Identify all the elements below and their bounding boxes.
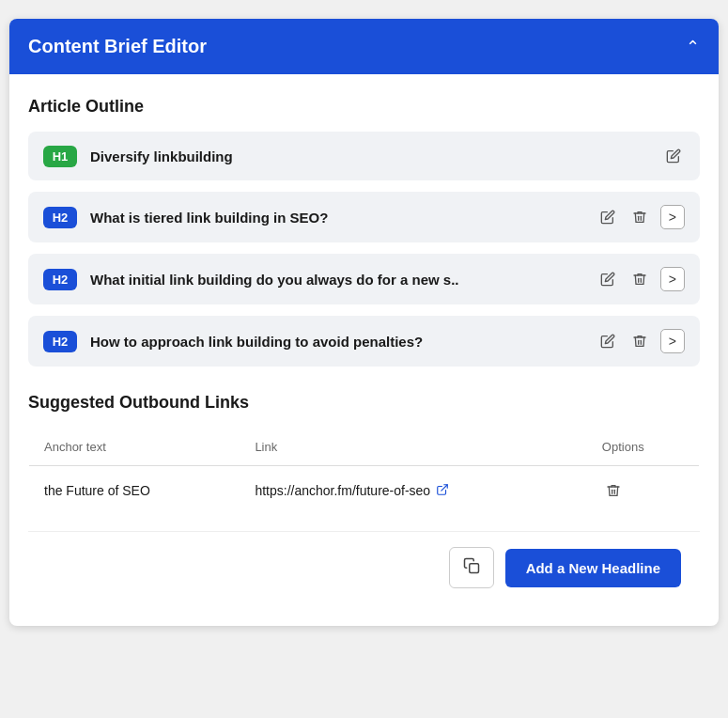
panel-title: Content Brief Editor [28,36,207,57]
chevron-up-icon[interactable]: ⌃ [686,37,700,57]
outline-actions-1: > [596,205,685,229]
expand-button-1[interactable]: > [660,205,685,229]
col-anchor-text: Anchor text [29,429,240,466]
edit-button-1[interactable] [596,206,619,228]
bottom-bar: Add a New Headline [28,531,700,603]
panel-body: Article Outline H1 Diversify linkbuildin… [9,74,719,626]
badge-h1: H1 [43,146,77,167]
add-headline-button[interactable]: Add a New Headline [505,549,681,587]
delete-button-3[interactable] [628,330,651,352]
options-cell [587,466,700,516]
svg-line-0 [441,484,447,490]
outbound-links-section: Suggested Outbound Links Anchor text Lin… [28,393,700,516]
content-brief-editor-panel: Content Brief Editor ⌃ Article Outline H… [9,19,719,626]
anchor-text-cell: the Future of SEO [29,466,240,516]
outline-actions-2: > [596,267,685,291]
delete-button-1[interactable] [628,206,651,228]
panel-header: Content Brief Editor ⌃ [9,19,719,74]
outline-text-2: What initial link building do you always… [90,272,583,288]
edit-button-3[interactable] [596,330,619,352]
outline-item-h1: H1 Diversify linkbuilding [28,132,700,180]
link-text: https://anchor.fm/future-of-seo [255,483,430,498]
outline-item-h2-2: H2 What initial link building do you alw… [28,254,700,304]
outline-text-3: How to approach link building to avoid p… [90,334,583,350]
edit-button-0[interactable] [662,145,685,167]
outline-actions-3: > [596,329,685,353]
article-outline-title: Article Outline [28,97,700,117]
link-cell: https://anchor.fm/future-of-seo [240,466,586,516]
external-link-icon[interactable] [436,483,449,499]
delete-button-2[interactable] [628,268,651,290]
delete-link-button[interactable] [602,479,625,502]
outbound-links-table: Anchor text Link Options the Future of S… [28,428,700,516]
col-link: Link [240,429,586,466]
table-row: the Future of SEO https://anchor.fm/futu… [29,466,700,516]
outline-actions-0 [662,145,685,167]
badge-h2-3: H2 [43,331,77,352]
svg-rect-1 [469,564,478,573]
badge-h2-2: H2 [43,269,77,290]
outline-item-h2-3: H2 How to approach link building to avoi… [28,316,700,367]
copy-button[interactable] [449,547,494,588]
outline-text-1: What is tiered link building in SEO? [90,210,583,226]
outline-item-h2-1: H2 What is tiered link building in SEO? … [28,192,700,242]
outline-text-0: Diversify linkbuilding [90,148,649,164]
expand-button-3[interactable]: > [660,329,685,353]
badge-h2-1: H2 [43,207,77,228]
col-options: Options [587,429,700,466]
edit-button-2[interactable] [596,268,619,290]
outbound-links-title: Suggested Outbound Links [28,393,700,413]
expand-button-2[interactable]: > [660,267,685,291]
